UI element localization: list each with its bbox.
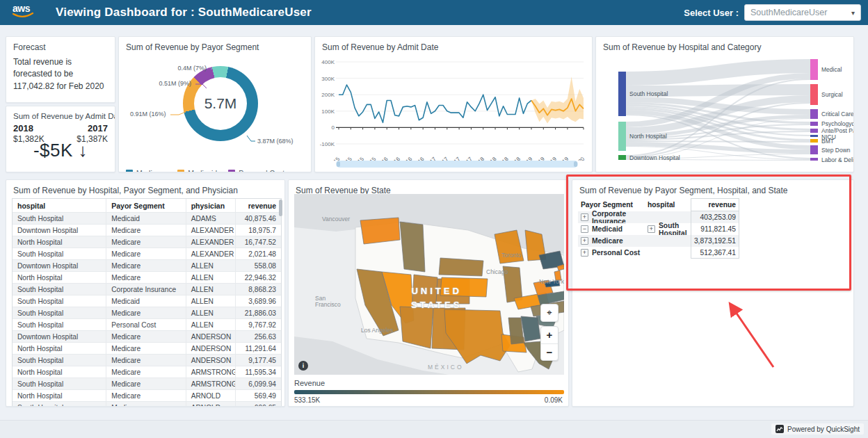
data-table[interactable]: hospitalPayor SegmentphysicianrevenueSou… <box>12 198 282 407</box>
svg-text:Jan 2015: Jan 2015 <box>321 156 341 161</box>
table-cell: 11,291.64 <box>235 343 281 354</box>
column-header[interactable]: revenue <box>691 198 739 211</box>
table-vertical-scrollbar[interactable] <box>279 200 282 216</box>
table-row[interactable]: South HospitalMedicaidALLEN3,689.96 <box>13 295 281 307</box>
table-cell: 558.08 <box>235 260 281 271</box>
pivot-segment-cell: +Medicare <box>578 235 645 247</box>
legend-item[interactable]: Personal Cost <box>228 169 284 172</box>
forecast-text: Total revenue is forecasted to be 117,04… <box>6 54 115 95</box>
state-AZ[interactable] <box>400 307 433 348</box>
expand-collapse-icon[interactable]: + <box>581 249 588 257</box>
table-row[interactable]: North HospitalMedicareALEXANDER16,747.52 <box>13 236 281 248</box>
table-cell: ARNOLD <box>186 390 236 401</box>
state-AL[interactable] <box>508 318 524 344</box>
table-cell: 18,975.7 <box>235 225 281 236</box>
table-cell: 6,099.94 <box>235 378 281 389</box>
donut-ring[interactable]: 5.7M <box>183 66 258 141</box>
table-row[interactable]: North HospitalMedicareARNOLD569.49 <box>13 389 281 401</box>
table-cell: 9,767.92 <box>235 319 281 330</box>
line-chart[interactable]: 400K300K200K100K0-100KJan 2015Apr 2015Ju… <box>318 55 590 161</box>
page-title: Viewing Dashboard for : SouthMedicareUse… <box>56 6 312 19</box>
state-WA[interactable] <box>360 218 400 244</box>
table-cell: ARMSTRONG <box>186 378 236 389</box>
donut-chart[interactable]: 5.7M 0.4M (7%) 0.51M (9%) 0.91M (16%) 3.… <box>119 54 311 165</box>
table-row[interactable]: North HospitalMedicareALLEN22,946.32 <box>13 271 281 283</box>
table-row[interactable]: Downtown HospitalMedicareANDERSON256.63 <box>13 330 281 342</box>
expand-collapse-icon[interactable]: − <box>581 225 588 233</box>
table-cell: ALLEN <box>186 295 236 307</box>
table-row[interactable]: North HospitalMedicareARMSTRONG11,595.34 <box>13 366 281 378</box>
panel-title: Sum of Revenue by Payor Segment, Hospita… <box>572 180 853 197</box>
panel-title: Sum of Revenue by Payor Segment <box>119 37 311 54</box>
table-row[interactable]: Downtown HospitalMedicareALLEN558.08 <box>13 259 281 271</box>
column-header[interactable]: revenue <box>235 199 281 212</box>
table-cell: North Hospital <box>13 390 106 401</box>
donut-chart-panel: Sum of Revenue by Payor Segment 5.7M 0.4… <box>118 36 312 172</box>
legend-item[interactable]: Medicaid <box>177 169 217 172</box>
expand-collapse-icon[interactable]: + <box>648 225 655 233</box>
pivot-row[interactable]: +Medicare3,873,192.51 <box>578 235 739 247</box>
table-row[interactable]: South HospitalMedicareALEXANDER2,021.48 <box>13 248 281 259</box>
table-cell: South Hospital <box>13 284 106 295</box>
expand-collapse-icon[interactable]: + <box>581 237 588 245</box>
expand-collapse-icon[interactable]: + <box>581 213 588 221</box>
table-row[interactable]: South HospitalCorporate InsuranceALLEN8,… <box>13 283 281 295</box>
segment-label: Personal Cost <box>592 249 640 257</box>
donut-callout: 0.91M (16%) <box>130 111 166 117</box>
map-info-button[interactable]: i <box>298 361 308 371</box>
table-cell: Medicare <box>106 272 185 283</box>
pivot-table[interactable]: Payor Segmenthospitalrevenue+Corporate I… <box>578 198 739 259</box>
city-label: Chicago <box>486 269 508 275</box>
table-row[interactable]: South HospitalMedicaidADAMS40,875.46 <box>13 212 281 224</box>
panel-title: Sum of Revenue by Admit Date <box>6 106 115 122</box>
table-cell: 11,595.34 <box>235 366 281 378</box>
table-row[interactable]: Downtown HospitalMedicareALEXANDER18,975… <box>13 224 281 236</box>
state-NE[interactable] <box>439 258 483 276</box>
table-cell: South Hospital <box>13 319 106 330</box>
svg-text:Medical: Medical <box>821 66 842 73</box>
column-header[interactable]: physician <box>186 199 236 212</box>
table-cell: Medicare <box>106 366 185 378</box>
table-row[interactable]: South HospitalMedicareARNOLD609.65 <box>13 401 281 407</box>
table-cell: ALLEN <box>186 319 236 330</box>
powered-by-quicksight-badge[interactable]: Powered by QuickSight <box>771 423 864 435</box>
chart-horizontal-scrollbar[interactable] <box>336 161 578 168</box>
table-cell: 2,021.48 <box>235 248 281 259</box>
pivot-revenue-cell: 3,873,192.51 <box>691 235 739 247</box>
kpi-year-right: 2017 <box>77 123 108 133</box>
user-select-dropdown[interactable]: SouthMedicareUser ▾ <box>744 4 861 21</box>
svg-text:Step Down: Step Down <box>821 147 851 154</box>
table-row[interactable]: South HospitalMedicareARMSTRONG6,099.94 <box>13 378 281 389</box>
sankey-chart[interactable]: South HospitalNorth HospitalDowntown Hos… <box>602 56 854 170</box>
pivot-row[interactable]: −Medicaid+South Hospital911,821.45 <box>578 223 739 235</box>
table-cell: ALLEN <box>186 260 236 271</box>
table-row[interactable]: South HospitalMedicareANDERSON9,177.45 <box>13 354 281 366</box>
table-cell: 21,886.03 <box>235 307 281 318</box>
table-cell: ALLEN <box>186 307 236 318</box>
table-row[interactable]: South HospitalPersonal CostALLEN9,767.92 <box>13 318 281 330</box>
map-locate-button[interactable]: ⌖ <box>540 304 558 322</box>
table-row[interactable]: North HospitalMedicareANDERSON11,291.64 <box>13 342 281 354</box>
legend-swatch <box>126 170 133 172</box>
table-cell: Downtown Hospital <box>13 225 106 236</box>
map-zoom-out-button[interactable]: − <box>541 343 558 360</box>
app-header: aws Viewing Dashboard for : SouthMedicar… <box>0 0 868 25</box>
legend-item[interactable]: Medicare <box>126 169 166 172</box>
table-cell: South Hospital <box>13 378 106 389</box>
column-header[interactable]: hospital <box>13 199 106 212</box>
pivot-hospital-cell <box>645 235 691 247</box>
table-cell: ANDERSON <box>186 355 236 366</box>
choropleth-map[interactable]: Vancouver Toronto Chicago New York San F… <box>294 194 564 375</box>
map-legend-title: Revenue <box>294 379 325 387</box>
table-row[interactable]: South HospitalMedicareALLEN21,886.03 <box>13 307 281 318</box>
table-cell: ARNOLD <box>186 402 236 407</box>
state-ID[interactable] <box>400 222 425 272</box>
column-header[interactable]: Payor Segment <box>106 199 185 212</box>
physician-table-panel: Sum of Revenue by Hospital, Payor Segmen… <box>6 179 285 407</box>
pivot-row[interactable]: +Personal Cost512,367.41 <box>578 247 739 259</box>
table-cell: Medicaid <box>106 295 185 307</box>
segment-label: Medicare <box>592 237 623 245</box>
panel-title: Forecast <box>6 37 115 54</box>
column-header[interactable]: hospital <box>645 198 691 211</box>
map-zoom-in-button[interactable]: + <box>541 327 558 343</box>
